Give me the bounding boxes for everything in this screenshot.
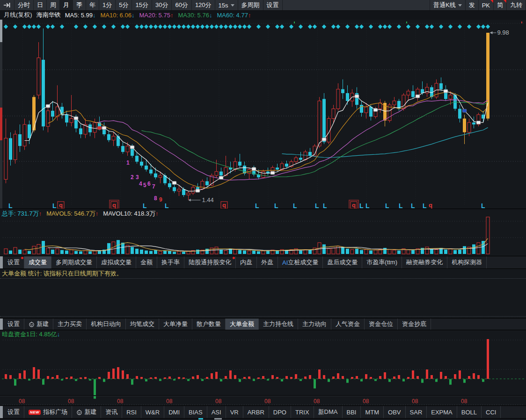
period-mode-label: 月线(复权) [4,11,32,19]
nine-turn-button[interactable]: 九转 [507,0,526,10]
volume-indicator-tabs: 设置成交量多周期成交量虚拟成交量金额换手率陆股通持股变化内盘外盘AI立桩成交量盘… [0,256,526,269]
svg-text:L: L [323,202,327,209]
tab-tabbar2-9[interactable]: 主力动向 [298,319,331,330]
tab-label: SAR [410,409,423,416]
svg-text:08: 08 [314,398,320,405]
interval-dropdown[interactable]: 15s [215,0,238,10]
tab-tabbar3-2[interactable]: 新建 [72,406,101,418]
tab-tabbar3-8[interactable]: ASI [207,406,226,418]
tab-label: OBV [388,409,401,416]
tab-tabbar1-1[interactable]: 成交量 [24,256,51,268]
tab-tabbar3-13[interactable]: 新DMA [314,406,343,418]
period-button-8[interactable]: 15分 [132,0,152,10]
tab-tabbar3-16[interactable]: OBV [384,406,405,418]
tab-tabbar3-18[interactable]: EXPMA [427,406,457,418]
tab-tabbar1-4[interactable]: 金额 [136,256,157,268]
interval-label: 15s [219,2,228,9]
tab-tabbar3-14[interactable]: BBI [343,406,361,418]
simplified-button[interactable]: 简 [494,0,507,10]
toolbar-settings-button[interactable]: 设置 [263,0,283,10]
period-button-11[interactable]: 120分 [192,0,215,10]
tab-tabbar3-9[interactable]: VR [226,406,243,418]
tab-label: 金额 [140,258,153,267]
kline-type-dropdown[interactable]: 普通K线 [430,0,466,10]
tab-tabbar3-6[interactable]: DMI [164,406,184,418]
tab-tabbar1-10[interactable]: 盘后成交量 [323,256,362,268]
up-arrow-icon: ↑ [248,12,251,19]
tab-tabbar1-0[interactable]: 设置 [3,256,24,268]
dark-pool-value: 4.85亿 [39,331,57,338]
pk-label: PK [482,2,490,9]
period-button-3[interactable]: 月 [60,0,73,10]
tab-tabbar2-7[interactable]: 大单金额 [226,319,259,330]
period-button-1[interactable]: 日 [34,0,47,10]
tab-label: 陆股通持股变化 [189,258,231,267]
period-button-10[interactable]: 60分 [172,0,191,10]
tab-tabbar1-9[interactable]: AI立桩成交量 [278,256,323,268]
candlestick-chart[interactable]: LLqqLLqLLLLLqLLLLLLqL1234567891.449.98 [0,20,526,209]
period-button-4[interactable]: 季 [73,0,86,10]
tab-tabbar2-0[interactable]: 设置 [3,319,24,330]
left-scrollbar[interactable] [0,20,2,209]
tab-tabbar1-12[interactable]: 融资融券变化 [402,256,447,268]
up-arrow-icon: ↑ [155,210,159,217]
ma-item-4: MA60: 4.77↑ [217,12,251,19]
tab-tabbar1-8[interactable]: 外盘 [257,256,278,268]
pk-button[interactable]: PK [479,0,494,10]
tab-tabbar2-5[interactable]: 大单净量 [159,319,192,330]
tab-tabbar1-11[interactable]: 市盈率(ttm) [362,256,402,268]
tab-tabbar2-8[interactable]: 主力持仓线 [259,319,298,330]
svg-text:08: 08 [19,398,25,405]
scrollbar-thumb[interactable] [0,20,2,42]
tab-label: 指标广场 [43,408,67,416]
period-button-0[interactable]: 分时 [15,0,34,10]
period-button-7[interactable]: 5分 [116,0,132,10]
tab-tabbar2-2[interactable]: 主力买卖 [53,319,87,330]
period-button-2[interactable]: 周 [47,0,60,10]
svg-text:3: 3 [136,174,139,181]
tab-tabbar2-1[interactable]: 新建 [24,319,53,330]
tab-tabbar3-12[interactable]: TRIX [291,406,314,418]
period-button-9[interactable]: 30分 [152,0,172,10]
svg-text:L: L [255,202,259,209]
tab-tabbar3-15[interactable]: MTM [361,406,384,418]
tab-tabbar2-4[interactable]: 均笔成交 [126,319,159,330]
period-button-5[interactable]: 年 [86,0,99,10]
tab-tabbar1-5[interactable]: 换手率 [157,256,184,268]
share-button[interactable]: 发 [466,0,479,10]
tab-tabbar3-20[interactable]: CCI [482,406,501,418]
period-button-6[interactable]: 1分 [99,0,116,10]
tab-tabbar3-3[interactable]: 资讯 [101,406,122,418]
tab-label: EXPMA [431,409,453,416]
tab-tabbar3-19[interactable]: BOLL [457,406,482,418]
tab-tabbar2-3[interactable]: 机构日动向 [87,319,126,330]
tab-label: 均笔成交 [130,320,154,328]
tab-tabbar3-5[interactable]: W&R [141,406,164,418]
tab-label: 散户数量 [197,320,221,328]
multi-period-button[interactable]: 多周期 [238,0,263,10]
tab-tabbar3-17[interactable]: SAR [406,406,427,418]
notification-dot-icon [233,257,235,259]
fund-flow-chart[interactable]: 08080808080808080808 [0,338,526,406]
tab-tabbar3-10[interactable]: ARBR [243,406,269,418]
tab-label: BOLL [461,409,477,416]
tab-tabbar3-11[interactable]: DPO [269,406,291,418]
tab-tabbar2-10[interactable]: 人气资金 [331,319,365,330]
tab-tabbar1-3[interactable]: 虚拟成交量 [97,256,136,268]
tab-tabbar2-6[interactable]: 散户数量 [192,319,226,330]
robot-icon [29,321,35,327]
tab-tabbar1-13[interactable]: 机构探测器 [447,256,487,268]
tab-tabbar3-0[interactable]: 设置 [3,406,24,418]
tab-tabbar3-4[interactable]: RSI [122,406,141,418]
robot-icon [76,409,82,415]
down-arrow-icon: ↓ [57,331,60,338]
up-arrow-icon: ↑ [39,210,42,217]
tab-tabbar1-2[interactable]: 多周期成交量 [51,256,97,268]
tab-tabbar2-12[interactable]: 资金抄底 [398,319,431,330]
tab-tabbar2-11[interactable]: 资金仓位 [365,319,398,330]
tab-tabbar3-7[interactable]: BIAS [184,406,207,418]
jump-to-latest-button[interactable] [0,0,15,10]
tab-tabbar3-1[interactable]: NEW指标广场 [24,406,72,418]
tab-tabbar1-6[interactable]: 陆股通持股变化 [184,256,236,268]
tab-tabbar1-7[interactable]: 内盘 [236,256,257,268]
